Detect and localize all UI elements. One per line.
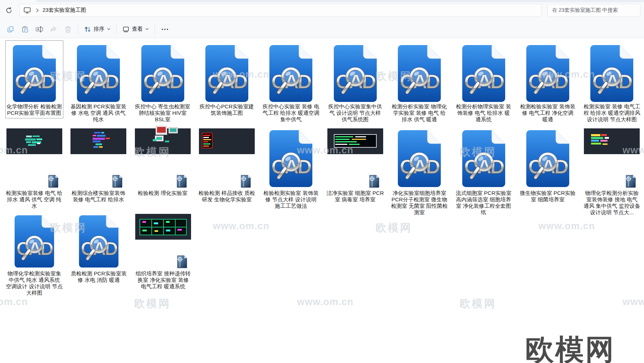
cad-file-icon: CAD	[333, 44, 377, 103]
file-tile[interactable]: CAD 化学物理分析 检验检测 PCR实验室平面布置图	[2, 40, 66, 125]
more-icon	[161, 26, 169, 33]
file-tile-inner: 物理化学检测分析实验室装饰装修 接地 电气 通风 集中供气 监控设备 设计说明 …	[583, 128, 641, 218]
file-tile[interactable]: CAD 疾控中心实验室集中供气 设计说明 节点大样 供气系统图	[323, 40, 387, 125]
rename-button[interactable]: A	[32, 23, 47, 36]
file-tile-inner: 检验检测 样品接收 质检研发 生物化学实验室	[198, 128, 256, 205]
file-name: 洁净实验室 细胞室 PCR室 病毒室 培养室	[327, 190, 384, 203]
paste-icon	[21, 26, 29, 33]
dwg-file-badge-icon	[625, 175, 636, 188]
cad-file-icon: CAD	[590, 44, 634, 103]
file-tile-inner: 检测实验室装修 电气 给排水 通风 供气 空调 纯水	[5, 128, 63, 211]
cad-file-icon: CAD	[141, 44, 185, 103]
file-name: 疾控中心 寄生虫检测室 肺结核实验室 HIV室 BSL室	[134, 103, 191, 123]
sort-button[interactable]: 排序	[81, 23, 113, 36]
file-tile[interactable]: CAD 基因检测 PCR实验室装修 水电 空调 通风 供气 纯水	[66, 40, 130, 125]
file-name: 检测综合楼实验室装饰装修 电气工程 给排水	[70, 190, 127, 203]
file-tile[interactable]: 洁净实验室 细胞室 PCR室 病毒室 培养室	[323, 128, 387, 218]
view-icon	[122, 26, 130, 33]
file-tile-inner: 检验检测 理化实验室	[134, 128, 192, 198]
delete-button[interactable]	[61, 23, 75, 36]
file-name: 质检检测 PCR实验室装修 水电 消防 暖通	[70, 270, 127, 283]
navigation-bar: 23套实验室施工图 在 23套实验室施工图 中搜索	[0, 0, 644, 20]
svg-text:A: A	[37, 28, 40, 31]
file-name: 检测分析物理实验室 装饰装修 电气 给排水 暖通系统	[455, 103, 512, 123]
more-options-button[interactable]	[158, 23, 172, 36]
file-tile[interactable]: CAD 质检检测 PCR实验室装修 水电 消防 暖通	[67, 213, 131, 298]
file-tile[interactable]: 检测实验室装修 电气 给排水 通风 供气 空调 纯水	[2, 128, 66, 218]
file-tile-inner: CAD 基因检测 PCR实验室装修 水电 空调 通风 供气 纯水	[69, 40, 127, 125]
cad-file-icon: CAD	[397, 129, 441, 188]
file-tile-inner: CAD 净化实验室细胞培养室 PCR分子检测室 微生物检测室 无菌室 阳性菌检测…	[390, 128, 448, 218]
dwg-preview-thumbnail	[327, 128, 383, 154]
dwg-file-badge-icon	[240, 175, 252, 188]
file-tile-inner: 洁净实验室 细胞室 PCR室 病毒室 培养室	[326, 128, 384, 205]
refresh-icon	[5, 7, 13, 14]
file-tile[interactable]: 检测综合楼实验室装饰装修 电气工程 给排水	[66, 128, 130, 218]
address-bar[interactable]: 23套实验室施工图	[19, 4, 542, 17]
preview-area	[6, 128, 63, 188]
share-button[interactable]	[47, 23, 61, 36]
file-name: 疾控中心PCR实验室建筑装饰施工图	[198, 103, 255, 116]
paste-button[interactable]	[18, 23, 32, 36]
cad-icon-area: CAD	[135, 41, 191, 103]
file-tile-inner: CAD 检测实验室 装修 电气工程 给排水 暖通空调排风 设计说明 节点大样图	[583, 40, 641, 125]
rename-icon: A	[35, 26, 43, 33]
file-tile-inner: CAD 检测检验实验室 装饰装修 电气工程 净化空调 暖通	[519, 40, 577, 125]
file-name: 组织培养室 接种遗传转换室 净化实验室 装修 电气工程 暖通系统	[135, 270, 192, 290]
sort-label: 排序	[94, 26, 104, 33]
file-name: 疾控中心实验室 装修 电气工程 给排水 暖通空调 集中供气	[262, 103, 319, 123]
cad-file-icon: CAD	[269, 129, 313, 188]
dwg-file-badge-icon	[176, 255, 188, 268]
file-tile[interactable]: CAD 微生物实验室 PCR实验室 细菌培养室	[516, 128, 580, 218]
file-tile[interactable]: CAD 检测检验实验室 装饰装修 电气工程 净化空调 暖通	[516, 40, 580, 125]
file-name: 物理化学检测分析实验室装饰装修 接地 电气 通风 集中供气 监控设备 设计说明 …	[583, 190, 640, 216]
file-tile-inner: CAD 检测分析实验室 物理化学实验室 装修 电气 给排水 供气 暖通	[390, 40, 448, 125]
file-list-area: 欧模网www.om.cn欧模网www.om.cnwww.om.cn欧模网www.…	[0, 40, 644, 363]
dwg-preview-thumbnail	[135, 128, 191, 154]
file-name: 疾控中心实验室集中供气 设计说明 节点大样 供气系统图	[327, 103, 384, 123]
cad-file-icon: CAD	[462, 129, 506, 188]
dwg-preview-thumbnail	[199, 128, 255, 154]
cad-icon-area: CAD	[6, 214, 63, 268]
file-tile[interactable]: CAD 检测分析物理实验室 装饰装修 电气 给排水 暖通系统	[452, 40, 516, 125]
file-name: 检验检测 样品接收 质检研发 生物化学实验室	[198, 190, 255, 203]
file-tile[interactable]: CAD 疾控中心PCR实验室建筑装饰施工图	[195, 40, 259, 125]
watermark-text: 欧模网	[134, 296, 171, 311]
dwg-file-badge-icon	[176, 175, 187, 188]
view-label: 查看	[132, 26, 143, 33]
file-tile[interactable]: CAD 检验检测实验室 装饰装修 节点大样 设计说明 施工工艺做法	[259, 128, 323, 218]
file-tile[interactable]: CAD 疾控中心实验室 装修 电气工程 给排水 暖通空调 集中供气	[259, 40, 323, 125]
refresh-button[interactable]	[3, 4, 15, 16]
file-tile[interactable]: CAD 净化实验室细胞培养室 PCR分子检测室 微生物检测室 无菌室 阳性菌检测…	[387, 128, 451, 218]
dwg-preview-thumbnail	[135, 214, 191, 240]
file-name: 检测实验室装修 电气 给排水 通风 供气 空调 纯水	[6, 190, 63, 209]
toolbar-divider	[78, 25, 78, 34]
file-tile[interactable]: CAD 疾控中心 寄生虫检测室 肺结核实验室 HIV室 BSL室	[131, 40, 195, 125]
command-toolbar: A 排序 查看	[0, 20, 644, 38]
file-tile[interactable]: CAD 物理化学检测实验室集中供气 纯水 通风系统 空调设计 设计说明 节点大样…	[2, 213, 67, 298]
file-tile[interactable]: CAD 检测实验室 装修 电气工程 给排水 暖通空调排风 设计说明 节点大样图	[580, 40, 644, 125]
file-tile-inner: CAD 质检检测 PCR实验室装修 水电 消防 暖通	[70, 213, 128, 285]
file-row-2: 检测实验室装修 电气 给排水 通风 供气 空调 纯水 检测综合楼实验室装饰装修 …	[0, 128, 644, 218]
file-name: 化学物理分析 检验检测 PCR实验室平面布置图	[6, 103, 63, 116]
cad-file-icon: CAD	[526, 44, 570, 103]
file-tile[interactable]: CAD 流式细胞室 PCR实验室 高内涵筛选室 细胞培养室 净化装修工程全套图纸	[452, 128, 516, 218]
delete-icon	[64, 26, 72, 33]
file-tile[interactable]: 检验检测 样品接收 质检研发 生物化学实验室	[195, 128, 259, 218]
file-tile-inner: CAD 化学物理分析 检验检测 PCR实验室平面布置图	[5, 40, 63, 118]
file-tile[interactable]: 检验检测 理化实验室	[131, 128, 195, 218]
file-tile[interactable]: 物理化学检测分析实验室装饰装修 接地 电气 通风 集中供气 监控设备 设计说明 …	[580, 128, 644, 218]
cad-icon-area: CAD	[70, 41, 127, 103]
cad-icon-area: CAD	[391, 128, 448, 188]
cad-file-icon: CAD	[14, 215, 55, 268]
file-tile[interactable]: 组织培养室 接种遗传转换室 净化实验室 装修 电气工程 暖通系统	[131, 213, 195, 298]
dwg-file-badge-icon	[369, 175, 380, 188]
share-icon	[50, 26, 57, 33]
file-name: 微生物实验室 PCR实验室 细菌培养室	[519, 190, 576, 203]
file-tile[interactable]: CAD 检测分析实验室 物理化学实验室 装修 电气 给排水 供气 暖通	[387, 40, 451, 125]
view-button[interactable]: 查看	[119, 23, 152, 36]
copy-button[interactable]	[4, 23, 18, 36]
breadcrumb[interactable]: 23套实验室施工图	[43, 7, 86, 14]
search-input[interactable]: 在 23套实验室施工图 中搜索	[547, 4, 640, 17]
cad-file-icon: CAD	[462, 44, 506, 103]
